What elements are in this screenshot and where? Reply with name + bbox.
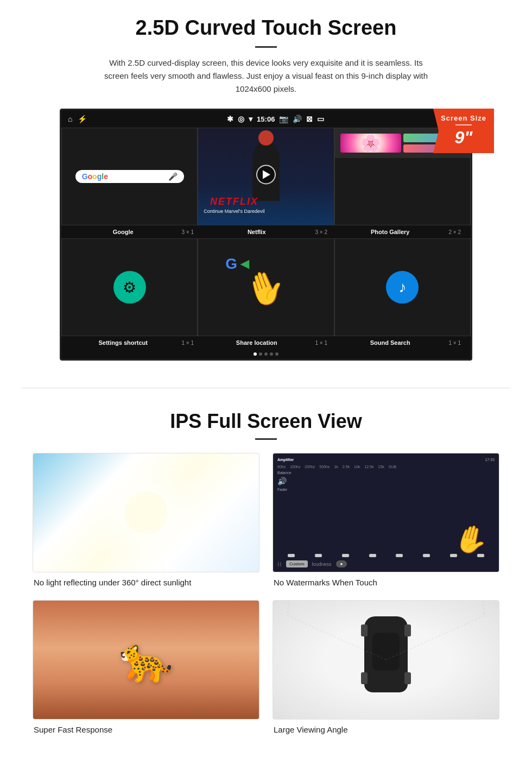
location-icon: ◎ [238, 115, 244, 123]
amp-thumb-4[interactable] [369, 554, 376, 557]
car-image [273, 600, 499, 720]
amp-loudness-label: loudness [312, 562, 332, 567]
sunlight-image [33, 453, 259, 572]
netflix-subtitle: Continue Marvel's Daredevil [204, 209, 264, 214]
amp-thumb-3[interactable] [342, 554, 349, 557]
status-bar: ⌂ ⚡ ✱ ◎ ▾ 15:06 📷 🔊 ⊠ ▭ [61, 110, 471, 128]
share-cell-bg: G◄ ✋ [198, 239, 333, 336]
badge-size: 9" [455, 128, 473, 147]
amp-thumb-2[interactable] [315, 554, 322, 557]
section-divider [22, 388, 510, 388]
android-screen: ⌂ ⚡ ✱ ◎ ▾ 15:06 📷 🔊 ⊠ ▭ [60, 109, 472, 361]
sound-icon-circle: ♪ [386, 271, 419, 304]
photo-thumb-1: 🌸 [340, 134, 402, 153]
feature-cheetah: 🐆 Super Fast Response [33, 600, 259, 734]
amp-title: Amplifier [277, 458, 294, 462]
section1-description: With 2.5D curved-display screen, this de… [103, 56, 429, 96]
amp-toggle[interactable]: ● [336, 560, 347, 567]
feature-sunlight: No light reflecting under 360° direct su… [33, 453, 259, 587]
page-dot-1 [254, 352, 257, 356]
cheetah-emoji: 🐆 [119, 634, 173, 685]
netflix-overlay: NETFLIX Continue Marvel's Daredevil [204, 196, 264, 214]
section1-title: 2.5D Curved Touch Screen [33, 16, 499, 40]
amplifier-label: No Watermarks When Touch [273, 578, 499, 587]
dd-head [258, 130, 274, 146]
app-grid-row2: ⚙ G◄ ✋ ♪ [61, 238, 471, 336]
sun-glow [124, 491, 168, 534]
page-dots [61, 349, 471, 359]
section2-divider [255, 438, 277, 440]
amplifier-image: Amplifier 17:33 60hz100hz200hz500hz1k 2.… [273, 453, 499, 572]
section1-divider [255, 46, 277, 48]
share-location-app-cell[interactable]: G◄ ✋ [198, 238, 334, 336]
google-cell-bg: Google 🎤 [62, 128, 197, 225]
feature-amplifier: Amplifier 17:33 60hz100hz200hz500hz1k 2.… [273, 453, 499, 587]
google-size: 3 × 1 [181, 229, 194, 235]
sound-search-app-cell[interactable]: ♪ [334, 238, 471, 336]
feature-car: Large Viewing Angle [273, 600, 499, 734]
cheetah-label: Super Fast Response [33, 725, 259, 734]
gmaps-icon: G◄ [225, 255, 252, 273]
amp-thumb-5[interactable] [396, 554, 403, 557]
play-button[interactable] [256, 165, 276, 184]
page-dot-2 [259, 352, 262, 356]
settings-size: 1 × 1 [181, 340, 194, 346]
curved-touch-section: 2.5D Curved Touch Screen With 2.5D curve… [0, 0, 532, 371]
wifi-icon: ▾ [249, 115, 252, 123]
app-labels-row1: Google 3 × 1 Netflix 3 × 2 Photo Gallery… [61, 225, 471, 238]
mic-icon: 🎤 [168, 172, 178, 181]
photo-label: Photo Gallery [334, 229, 446, 235]
netflix-size: 3 × 2 [315, 229, 327, 235]
amp-thumb-6[interactable] [423, 554, 430, 557]
amp-time: 17:33 [485, 458, 495, 462]
netflix-logo: NETFLIX [204, 196, 264, 207]
google-app-cell[interactable]: Google 🎤 [61, 128, 198, 225]
sunlight-label: No light reflecting under 360° direct su… [33, 578, 259, 587]
battery-icon: ⊠ [306, 115, 313, 123]
settings-gear-icon: ⚙ [123, 279, 136, 297]
left-status-icons: ⌂ ⚡ [68, 115, 87, 123]
cheetah-image: 🐆 [33, 600, 259, 720]
google-label: Google [67, 229, 179, 235]
page-dot-4 [270, 352, 273, 356]
netflix-app-cell[interactable]: NETFLIX Continue Marvel's Daredevil [198, 128, 334, 225]
center-status: ✱ ◎ ▾ 15:06 📷 🔊 ⊠ ▭ [227, 115, 324, 123]
photo-size: 2 × 2 [448, 229, 461, 235]
car-label: Large Viewing Angle [273, 725, 499, 734]
home-icon[interactable]: ⌂ [68, 115, 72, 123]
settings-app-cell[interactable]: ⚙ [61, 238, 198, 336]
amp-thumb-1[interactable] [288, 554, 295, 557]
amp-custom-btn[interactable]: Custom [286, 560, 308, 567]
settings-icon-circle: ⚙ [113, 271, 146, 304]
page-dot-3 [264, 352, 268, 356]
amp-bottom: ⟨⟨ Custom loudness ● [277, 560, 495, 567]
amp-freq-labels: 60hz100hz200hz500hz1k 2.5k10k12.5k15kSUB [277, 465, 495, 469]
amp-controls: Balance 🔊 Fader [277, 471, 495, 491]
badge-divider [455, 124, 472, 125]
viewing-angle-svg [273, 601, 499, 719]
camera-icon: 📷 [279, 115, 288, 123]
google-logo: Google [82, 172, 108, 181]
volume-icon: 🔊 [293, 115, 302, 123]
usb-icon: ⚡ [78, 115, 87, 123]
device-wrapper: Screen Size 9" ⌂ ⚡ ✱ ◎ ▾ 15:06 📷 🔊 ⊠ [43, 109, 489, 361]
section2-title: IPS Full Screen View [33, 410, 499, 433]
amp-thumb-7[interactable] [450, 554, 457, 557]
netflix-cell-bg: NETFLIX Continue Marvel's Daredevil [198, 128, 333, 225]
settings-label: Settings shortcut [67, 339, 179, 346]
share-size: 1 × 1 [315, 340, 327, 346]
settings-cell-bg: ⚙ [62, 239, 197, 336]
sound-cell-bg: ♪ [335, 239, 470, 336]
amp-topbar: Amplifier 17:33 [277, 458, 495, 462]
google-search-bar[interactable]: Google 🎤 [75, 170, 184, 183]
screen-size-badge: Screen Size 9" [433, 109, 494, 153]
sound-size: 1 × 1 [448, 340, 461, 346]
time-display: 15:06 [257, 115, 275, 123]
sound-label: Sound Search [334, 339, 446, 346]
amp-back-icon: ⟨⟨ [277, 562, 282, 567]
page-dot-5 [275, 352, 278, 356]
netflix-label: Netflix [200, 229, 313, 235]
screen-icon: ▭ [317, 115, 324, 123]
music-note-icon: ♪ [398, 279, 406, 296]
ips-section: IPS Full Screen View No light reflecting… [0, 405, 532, 745]
